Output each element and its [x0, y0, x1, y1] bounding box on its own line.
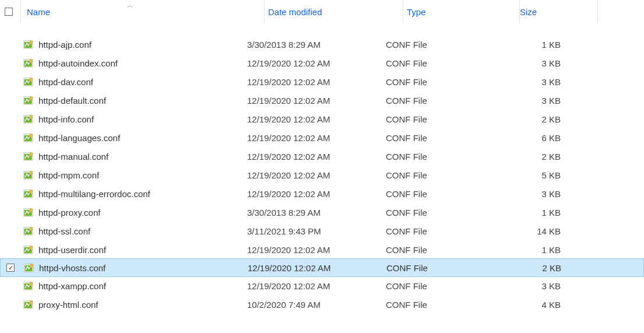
file-type: CONF File [386, 40, 427, 50]
file-date: 3/30/2013 8:29 AM [247, 40, 321, 50]
file-name: httpd-xampp.conf [38, 281, 106, 291]
file-size: 3 KB [541, 189, 561, 199]
file-size: 3 KB [541, 96, 561, 106]
conf-file-icon [23, 152, 34, 161]
file-date: 12/19/2020 12:02 AM [247, 114, 330, 124]
file-type: CONF File [386, 208, 427, 218]
file-size: 2 KB [541, 114, 561, 124]
conf-file-icon [24, 263, 34, 272]
conf-file-icon [23, 226, 34, 236]
file-type: CONF File [386, 58, 427, 68]
file-name: httpd-ajp.conf [38, 40, 92, 50]
file-row[interactable]: httpd-vhosts.conf12/19/2020 12:02 AMCONF… [0, 258, 644, 277]
file-row[interactable]: httpd-ajp.conf3/30/2013 8:29 AMCONF File… [0, 35, 644, 54]
file-size: 6 KB [541, 133, 561, 143]
file-name: httpd-ssl.conf [38, 226, 90, 236]
file-row[interactable]: proxy-html.conf10/2/2020 7:49 AMCONF Fil… [0, 295, 644, 314]
file-date: 3/30/2013 8:29 AM [247, 208, 321, 218]
file-row[interactable]: httpd-languages.conf12/19/2020 12:02 AMC… [0, 128, 644, 147]
file-name: httpd-proxy.conf [38, 208, 100, 218]
conf-file-icon [23, 40, 34, 49]
column-header-size[interactable]: Size [520, 0, 598, 23]
file-row[interactable]: httpd-dav.conf12/19/2020 12:02 AMCONF Fi… [0, 72, 644, 91]
file-type: CONF File [386, 189, 427, 199]
file-date: 12/19/2020 12:02 AM [247, 189, 330, 199]
file-size: 14 KB [537, 226, 561, 236]
column-header-type[interactable]: Type [403, 0, 520, 23]
file-size: 4 KB [541, 300, 561, 310]
conf-file-icon [23, 208, 34, 217]
file-date: 12/19/2020 12:02 AM [247, 281, 330, 291]
conf-file-icon [23, 170, 34, 180]
file-date: 12/19/2020 12:02 AM [247, 170, 330, 180]
conf-file-icon [23, 58, 34, 68]
file-name: proxy-html.conf [38, 300, 98, 310]
file-type: CONF File [386, 96, 427, 106]
file-size: 2 KB [541, 152, 561, 162]
file-row[interactable]: httpd-userdir.conf12/19/2020 12:02 AMCON… [0, 240, 644, 259]
column-header-date-label: Date modified [268, 7, 322, 17]
conf-file-icon [23, 77, 34, 86]
file-size: 3 KB [541, 58, 561, 68]
file-size: 1 KB [541, 208, 561, 218]
conf-file-icon [23, 281, 34, 290]
file-row[interactable]: httpd-proxy.conf3/30/2013 8:29 AMCONF Fi… [0, 203, 644, 222]
file-size: 3 KB [541, 77, 561, 87]
file-date: 12/19/2020 12:02 AM [247, 152, 330, 162]
file-date: 12/19/2020 12:02 AM [247, 77, 330, 87]
file-name: httpd-vhosts.conf [39, 263, 105, 273]
conf-file-icon [23, 96, 34, 105]
file-name: httpd-dav.conf [38, 77, 93, 87]
conf-file-icon [23, 245, 34, 254]
file-name: httpd-manual.conf [38, 152, 108, 162]
conf-file-icon [23, 300, 34, 309]
file-row[interactable]: httpd-info.conf12/19/2020 12:02 AMCONF F… [0, 110, 644, 128]
file-type: CONF File [386, 114, 427, 124]
column-header-type-label: Type [407, 7, 426, 17]
column-header-date[interactable]: Date modified [265, 0, 403, 23]
file-row[interactable]: httpd-mpm.conf12/19/2020 12:02 AMCONF Fi… [0, 166, 644, 184]
file-name: httpd-autoindex.conf [38, 58, 118, 68]
file-size: 1 KB [541, 40, 561, 50]
file-name: httpd-languages.conf [38, 133, 120, 143]
file-name: httpd-mpm.conf [38, 170, 99, 180]
file-name: httpd-info.conf [38, 114, 94, 124]
file-type: CONF File [386, 77, 427, 87]
file-date: 10/2/2020 7:49 AM [247, 300, 321, 310]
select-all-cell[interactable] [0, 0, 21, 23]
file-date: 3/11/2021 9:43 PM [247, 226, 321, 236]
file-type: CONF File [386, 133, 427, 143]
conf-file-icon [23, 114, 34, 124]
sort-asc-icon: ︿ [127, 1, 133, 10]
file-name: httpd-default.conf [38, 96, 106, 106]
file-date: 12/19/2020 12:02 AM [247, 245, 330, 255]
column-header-name[interactable]: Name [21, 0, 265, 23]
file-size: 3 KB [541, 281, 561, 291]
file-size: 2 KB [542, 263, 561, 273]
file-name: httpd-multilang-errordoc.conf [38, 189, 150, 199]
file-row[interactable]: httpd-xampp.conf12/19/2020 12:02 AMCONF … [0, 276, 644, 295]
file-type: CONF File [386, 170, 427, 180]
file-size: 5 KB [541, 170, 561, 180]
row-checkbox[interactable] [6, 264, 15, 272]
file-size: 1 KB [541, 245, 561, 255]
file-list: ︿ Name Date modified Type Size httpd-ajp… [0, 0, 644, 314]
file-row[interactable]: httpd-manual.conf12/19/2020 12:02 AMCONF… [0, 147, 644, 166]
file-type: CONF File [386, 152, 427, 162]
column-header-row: ︿ Name Date modified Type Size [0, 0, 644, 23]
file-type: CONF File [386, 300, 427, 310]
file-date: 12/19/2020 12:02 AM [247, 133, 330, 143]
file-date: 12/19/2020 12:02 AM [247, 96, 330, 106]
file-type: CONF File [386, 281, 427, 291]
file-type: CONF File [386, 245, 427, 255]
conf-file-icon [23, 133, 34, 142]
file-date: 12/19/2020 12:02 AM [247, 58, 330, 68]
select-all-checkbox[interactable] [5, 8, 13, 16]
file-row[interactable]: httpd-autoindex.conf12/19/2020 12:02 AMC… [0, 54, 644, 72]
file-row[interactable]: httpd-ssl.conf3/11/2021 9:43 PMCONF File… [0, 222, 644, 240]
file-row[interactable]: httpd-default.conf12/19/2020 12:02 AMCON… [0, 91, 644, 110]
column-header-name-label: Name [27, 7, 50, 17]
file-type: CONF File [386, 263, 428, 273]
conf-file-icon [23, 189, 34, 198]
file-row[interactable]: httpd-multilang-errordoc.conf12/19/2020 … [0, 184, 644, 203]
